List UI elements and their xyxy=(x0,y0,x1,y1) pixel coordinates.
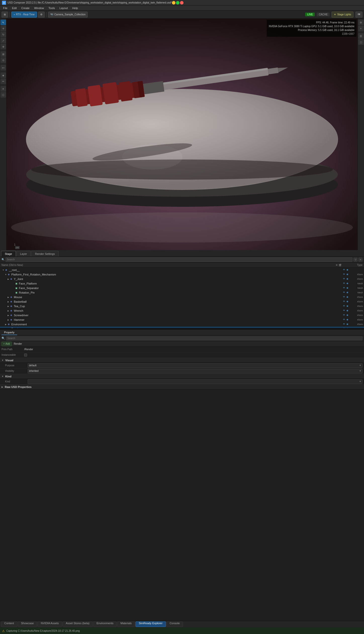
filter-icon[interactable]: ▽ xyxy=(353,258,357,262)
tab-layer[interactable]: Layer xyxy=(16,251,31,256)
add-property-button[interactable]: + Add xyxy=(2,342,12,346)
vis-cam-root[interactable]: ◉ xyxy=(346,268,349,271)
vis-eye-hammer[interactable]: 👁 xyxy=(343,318,346,321)
close-viewport-button[interactable]: × xyxy=(358,26,364,31)
vis-eye-platform[interactable]: 👁 xyxy=(343,273,346,276)
expand-teacup[interactable]: ▶ xyxy=(7,305,10,307)
property-search-input[interactable] xyxy=(6,336,362,340)
tree-row-platform-mech[interactable]: ▼ ⊕ Platform_First_Rotation_Mechanism 👁 … xyxy=(0,272,364,277)
viewport[interactable]: FPS: 44.46, Frame time: 22.49 ms NVIDIA … xyxy=(7,19,357,250)
vis-cam-hammer[interactable]: ◉ xyxy=(346,318,349,321)
stage-search-input[interactable] xyxy=(6,257,352,262)
vis-eye-screwdriver[interactable]: 👁 xyxy=(343,314,346,317)
tree-row-root[interactable]: ▼ ⊕ __root__ 👁 ◉ xyxy=(0,268,364,272)
menu-file[interactable]: File xyxy=(1,6,10,10)
expand-yjoint[interactable]: ▶ xyxy=(7,278,10,280)
snap-tool[interactable]: ⊞ xyxy=(1,51,6,57)
minimize-button[interactable] xyxy=(172,1,175,5)
vis-cam-screwdriver[interactable]: ◉ xyxy=(346,314,349,317)
visual-section-header[interactable]: ▼ Visual xyxy=(0,358,364,363)
expand-basketball[interactable]: ▶ xyxy=(7,300,10,303)
vis-eye-fp[interactable]: 👁 xyxy=(343,282,346,285)
expand-arrow-root[interactable]: ▼ xyxy=(2,269,5,271)
vis-eye-teacup[interactable]: 👁 xyxy=(343,305,346,308)
tab-environments[interactable]: Environments xyxy=(93,621,117,627)
expand-hammer[interactable]: ▶ xyxy=(7,319,10,321)
vis-eye-root[interactable]: 👁 xyxy=(343,268,346,271)
navigation-button[interactable]: 🗺 xyxy=(355,12,362,18)
menu-edit[interactable]: Edit xyxy=(10,6,19,10)
tab-content[interactable]: Content xyxy=(1,621,17,627)
purpose-dropdown[interactable]: default ▼ xyxy=(28,363,362,368)
expand-platform-mech[interactable]: ▼ xyxy=(5,273,7,276)
toolbar-grid-button[interactable]: ⊞ xyxy=(2,12,8,18)
expand-face-separator[interactable] xyxy=(12,287,15,289)
vis-eye-rp[interactable]: 👁 xyxy=(343,291,346,294)
measure-tool[interactable]: ⊷ xyxy=(1,65,6,70)
tab-materials[interactable]: Materials xyxy=(117,621,135,627)
vis-cam-fp[interactable]: ◉ xyxy=(346,282,349,285)
tab-console[interactable]: Console xyxy=(166,621,183,627)
tab-stage[interactable]: Stage xyxy=(1,251,16,256)
kind-dropdown[interactable]: ​ ▼ xyxy=(28,379,362,384)
close-button[interactable] xyxy=(180,1,184,5)
menu-window[interactable]: Window xyxy=(32,6,46,10)
vis-cam-wrench[interactable]: ◉ xyxy=(346,309,349,312)
vis-cam-mouse[interactable]: ◉ xyxy=(346,296,349,299)
stage-tree[interactable]: ▼ ⊕ __root__ 👁 ◉ ▼ ⊕ Platform_First_Rota… xyxy=(0,268,364,328)
vis-eye-wrench[interactable]: 👁 xyxy=(343,309,346,312)
expand-face-platform[interactable] xyxy=(12,282,15,285)
vis-eye-mouse[interactable]: 👁 xyxy=(343,296,346,299)
rotate-tool[interactable]: ↻ xyxy=(1,32,6,37)
raw-usd-section-header[interactable]: ▶ Raw USD Properties xyxy=(0,384,364,389)
scale-tool[interactable]: ⤢ xyxy=(1,38,6,43)
menu-help[interactable]: Help xyxy=(70,6,80,10)
tree-row-face-platform[interactable]: ▣ Face_Platform 👁 ◉ Mesh xyxy=(0,281,364,286)
menu-tools[interactable]: Tools xyxy=(47,6,57,10)
camera-tool[interactable]: ⊙ xyxy=(1,57,6,63)
select-tool[interactable]: ↖ xyxy=(1,20,6,25)
tree-row-wrench[interactable]: ▶ ⊕ Wrench 👁 ◉ Xform xyxy=(0,308,364,313)
expand-screwdriver[interactable]: ▶ xyxy=(7,314,10,316)
vis-eye-fs[interactable]: 👁 xyxy=(343,287,346,290)
tree-row-mouse[interactable]: ▶ ⊕ Mouse 👁 ◉ Xform xyxy=(0,295,364,299)
instanceable-checkbox[interactable] xyxy=(24,353,27,356)
tab-render-settings[interactable]: Render Settings xyxy=(31,251,59,256)
tree-row-basketball[interactable]: ▶ ⊕ Basketball 👁 ◉ Xform xyxy=(0,299,364,304)
vis-cam-basketball[interactable]: ◉ xyxy=(346,300,349,303)
vis-cam-fs[interactable]: ◉ xyxy=(346,287,349,290)
vis-eye-yjoint[interactable]: 👁 xyxy=(343,278,346,281)
viewport-option-1[interactable]: ☰ xyxy=(358,33,364,39)
viewport-option-2[interactable]: ◻ xyxy=(358,39,364,45)
tab-asset-stores[interactable]: Asset Stores (beta) xyxy=(63,621,93,627)
settings-button[interactable]: ⚙ xyxy=(38,12,45,18)
material-tool[interactable]: ◈ xyxy=(1,72,6,78)
menu-create[interactable]: Create xyxy=(19,6,32,10)
vis-cam-teacup[interactable]: ◉ xyxy=(346,305,349,308)
tree-row-environment[interactable]: ▶ ⊕ Environment 👁 ◉ Xform xyxy=(0,322,364,327)
menu-layout[interactable]: Layout xyxy=(58,6,70,10)
tab-showcase[interactable]: Showcase xyxy=(18,621,37,627)
expand-rotation-pin[interactable] xyxy=(12,291,15,294)
universal-tool[interactable]: ⊕ xyxy=(1,44,6,49)
vis-cam-env[interactable]: ◉ xyxy=(346,323,349,326)
tree-row-teacup[interactable]: ▶ ⊕ Tea_Cup 👁 ◉ Xform xyxy=(0,304,364,308)
vis-eye-basketball[interactable]: 👁 xyxy=(343,300,346,303)
camera-button[interactable]: 📷 Camera_Sample_Collection xyxy=(48,12,88,18)
vis-cam-rp[interactable]: ◉ xyxy=(346,291,349,294)
maximize-button[interactable] xyxy=(176,1,179,5)
kind-section-header[interactable]: ▼ Kind xyxy=(0,374,364,379)
brush-tool[interactable]: ✏ xyxy=(1,78,6,84)
tab-simready-explorer[interactable]: SimReady Explorer xyxy=(135,621,166,627)
tab-nvidia-assets[interactable]: NVIDIA Assets xyxy=(37,621,62,627)
tree-row-face-separator[interactable]: ▣ Face_Separator 👁 ◉ Mesh xyxy=(0,286,364,290)
vis-eye-env[interactable]: 👁 xyxy=(343,323,346,326)
tree-row-hammer[interactable]: ▶ ⊕ Hammer 👁 ◉ Xform xyxy=(0,318,364,322)
vis-cam-platform[interactable]: ◉ xyxy=(346,273,349,276)
expand-mouse[interactable]: ▶ xyxy=(7,296,10,298)
stage-lights-button[interactable]: ☀ Stage Lights xyxy=(332,12,353,18)
light-tool[interactable]: ☀ xyxy=(1,86,6,92)
visibility-dropdown[interactable]: inherited ▼ xyxy=(28,369,362,373)
move-tool[interactable]: ✛ xyxy=(1,26,6,31)
tree-row-screwdriver[interactable]: ▶ ⊕ Screwdriver 👁 ◉ Xform xyxy=(0,313,364,318)
